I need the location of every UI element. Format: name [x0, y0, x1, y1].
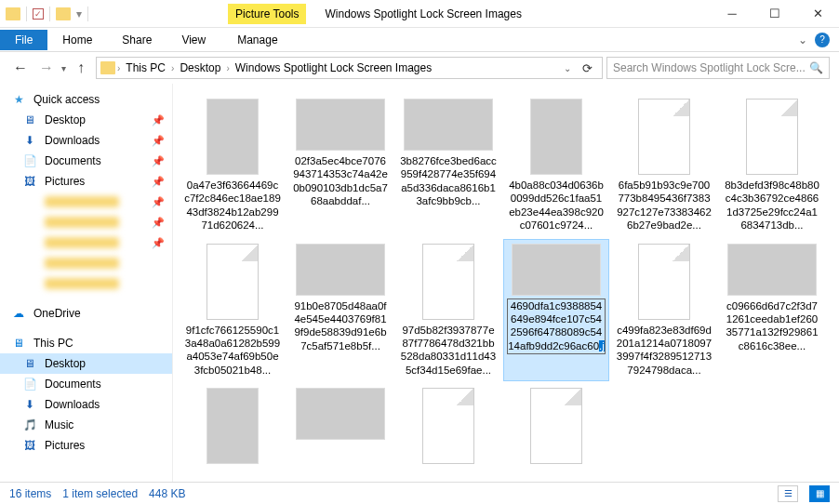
search-icon[interactable]: 🔍	[809, 61, 823, 74]
cloud-icon: ☁	[11, 306, 26, 321]
file-item[interactable]: c499fa823e83df69d201a1214a07180973997f4f…	[612, 240, 716, 381]
properties-icon[interactable]: ✓	[33, 8, 44, 20]
file-item[interactable]	[288, 384, 393, 471]
file-list[interactable]: 0a47e3f63664469cc7f2c846ec18ae18943df382…	[173, 84, 839, 482]
file-thumbnail	[296, 244, 385, 296]
forward-button[interactable]: →	[35, 57, 58, 79]
file-name: 8b3defd3f98c48b80c4c3b36792ce48661d3725e…	[724, 179, 820, 232]
file-item[interactable]: 6fa5b91b93c9e700773b8495436f7383927c127e…	[612, 95, 716, 236]
up-button[interactable]: ↑	[70, 57, 92, 79]
status-bar: 16 items 1 item selected 448 KB ☰ ▦	[0, 482, 839, 504]
file-item[interactable]: 9f1cfc766125590c13a48a0a61282b599a4053e7…	[180, 240, 285, 381]
breadcrumb-current[interactable]: Windows Spotlight Lock Screen Images	[232, 61, 435, 74]
folder-icon[interactable]	[6, 7, 20, 20]
selection-size: 448 KB	[149, 487, 185, 500]
minimize-button[interactable]: ─	[711, 0, 753, 28]
pictures-icon: 🖼	[22, 438, 37, 453]
file-item[interactable]	[504, 384, 608, 471]
expand-ribbon-icon[interactable]: ⌄	[791, 33, 815, 46]
sidebar-item-redacted[interactable]: 📌	[0, 192, 172, 212]
sidebar-item-label: Downloads	[45, 398, 100, 411]
sidebar-quick-access[interactable]: ★ Quick access	[0, 89, 172, 110]
file-item[interactable]: 4b0a88c034d0636b0099dd526c1faa51eb23e44e…	[504, 95, 608, 236]
downloads-icon: ⬇	[22, 397, 37, 412]
search-input[interactable]: Search Windows Spotlight Lock Scre... 🔍	[606, 57, 830, 79]
desktop-icon: 🖥	[22, 356, 37, 371]
navigation-pane[interactable]: ★ Quick access 🖥Desktop📌⬇Downloads📌📄Docu…	[0, 84, 173, 482]
close-button[interactable]: ✕	[796, 0, 839, 28]
sidebar-item-pictures[interactable]: 🖼Pictures📌	[0, 171, 172, 192]
file-name: 9f1cfc766125590c13a48a0a61282b599a4053e7…	[184, 324, 281, 378]
context-tools-label: Picture Tools	[228, 4, 306, 24]
sidebar-item-redacted[interactable]: 📌	[0, 212, 172, 232]
sidebar-item-desktop[interactable]: 🖥Desktop	[0, 353, 172, 374]
back-button[interactable]: ←	[9, 57, 32, 79]
sidebar-item-documents[interactable]: 📄Documents	[0, 374, 172, 394]
file-name: 3b8276fce3bed6acc959f428774e35f694a5d336…	[400, 154, 497, 208]
file-thumbnail	[206, 388, 259, 464]
file-thumbnail	[530, 388, 582, 464]
file-thumbnail	[296, 388, 385, 440]
file-item[interactable]: 02f3a5ec4bce7076943714353c74a42e0b090103…	[288, 95, 393, 236]
sidebar-item-downloads[interactable]: ⬇Downloads📌	[0, 130, 172, 151]
onedrive-label: OneDrive	[33, 307, 81, 320]
chevron-right-icon[interactable]: ›	[171, 63, 174, 73]
file-item[interactable]	[396, 384, 500, 471]
ribbon-tabs: File Home Share View Manage ⌄ ?	[0, 28, 839, 52]
file-item[interactable]	[180, 384, 285, 471]
file-item[interactable]: 8b3defd3f98c48b80c4c3b36792ce48661d3725e…	[720, 95, 824, 236]
chevron-right-icon[interactable]: ›	[226, 63, 229, 73]
file-thumbnail	[206, 244, 259, 320]
maximize-button[interactable]: ☐	[753, 0, 796, 28]
chevron-right-icon[interactable]: ›	[117, 63, 120, 73]
sidebar-item-redacted[interactable]: 📌	[0, 232, 172, 253]
file-tab[interactable]: File	[0, 30, 47, 50]
search-placeholder: Search Windows Spotlight Lock Scre...	[613, 61, 806, 74]
pin-icon: 📌	[152, 155, 165, 167]
thumbnails-view-button[interactable]: ▦	[809, 485, 830, 502]
tab-view[interactable]: View	[166, 30, 220, 50]
tab-manage[interactable]: Manage	[222, 30, 292, 50]
file-item[interactable]: 4690dfa1c9388854649e894fce107c542596f647…	[504, 240, 608, 381]
sidebar-item-desktop[interactable]: 🖥Desktop📌	[0, 110, 172, 130]
selection-count: 1 item selected	[62, 487, 138, 500]
breadcrumb-this-pc[interactable]: This PC	[122, 61, 169, 74]
star-icon: ★	[11, 92, 26, 107]
file-item[interactable]: 91b0e8705d48aa0f4e545e4403769f819f9de588…	[288, 240, 393, 381]
details-view-button[interactable]: ☰	[778, 485, 798, 502]
pin-icon: 📌	[152, 135, 165, 147]
sidebar-item-documents[interactable]: 📄Documents📌	[0, 151, 172, 171]
refresh-icon[interactable]: ⟳	[577, 61, 598, 75]
new-folder-icon[interactable]	[56, 7, 71, 20]
desktop-icon: 🖥	[22, 113, 37, 127]
downloads-icon: ⬇	[22, 133, 37, 148]
file-item[interactable]: 0a47e3f63664469cc7f2c846ec18ae18943df382…	[180, 95, 285, 236]
sidebar-item-redacted[interactable]	[0, 253, 172, 273]
tab-home[interactable]: Home	[47, 30, 107, 50]
file-item[interactable]: 3b8276fce3bed6acc959f428774e35f694a5d336…	[396, 95, 500, 236]
address-bar[interactable]: › This PC › Desktop › Windows Spotlight …	[96, 57, 603, 79]
pin-icon: 📌	[152, 237, 165, 249]
file-thumbnail	[746, 99, 798, 175]
file-thumbnail	[512, 244, 601, 296]
sidebar-item-pictures[interactable]: 🖼Pictures	[0, 435, 172, 456]
sidebar-this-pc[interactable]: 🖥 This PC	[0, 333, 172, 353]
sidebar-item-label: Pictures	[45, 439, 85, 452]
help-icon[interactable]: ?	[815, 33, 830, 47]
tab-share[interactable]: Share	[107, 30, 166, 50]
file-item[interactable]: c09666d6d7c2f3d71261ceedab1ef26035771a13…	[720, 240, 824, 381]
file-name: 4690dfa1c9388854649e894fce107c542596f647…	[508, 299, 605, 353]
sidebar-onedrive[interactable]: ☁ OneDrive	[0, 303, 172, 324]
address-dropdown-icon[interactable]: ⌄	[560, 63, 575, 73]
pin-icon: 📌	[152, 217, 165, 229]
history-dropdown-icon[interactable]: ▾	[61, 63, 66, 73]
breadcrumb-desktop[interactable]: Desktop	[176, 61, 224, 74]
qat-dropdown-icon[interactable]: ▾	[76, 7, 82, 20]
pin-icon: 📌	[152, 176, 165, 188]
sidebar-item-label: Music	[45, 418, 73, 431]
sidebar-item-redacted[interactable]	[0, 273, 172, 294]
file-item[interactable]: 97d5b82f3937877e87f7786478d321bb528da803…	[396, 240, 500, 381]
file-thumbnail	[404, 99, 493, 151]
sidebar-item-music[interactable]: 🎵Music	[0, 415, 172, 435]
sidebar-item-downloads[interactable]: ⬇Downloads	[0, 394, 172, 415]
